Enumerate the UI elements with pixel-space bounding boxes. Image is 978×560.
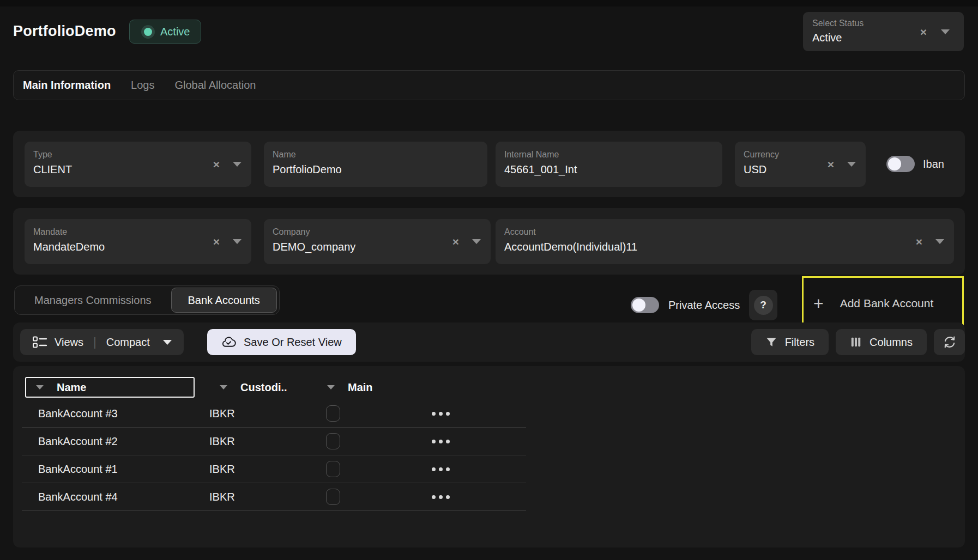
main-checkbox[interactable] bbox=[326, 461, 340, 477]
column-header-custodian[interactable]: Custodi.. bbox=[220, 377, 287, 398]
add-bank-account-label: Add Bank Account bbox=[840, 297, 934, 310]
cell-name: BankAccount #3 bbox=[38, 400, 118, 427]
mandate-field[interactable]: Mandate MandateDemo × bbox=[25, 219, 251, 264]
chevron-down-icon[interactable] bbox=[472, 239, 481, 244]
column-header-name[interactable]: Name bbox=[25, 377, 195, 398]
toggle-knob bbox=[888, 157, 901, 171]
table-row[interactable]: BankAccount #3 IBKR bbox=[22, 400, 526, 428]
clear-icon[interactable]: × bbox=[916, 236, 922, 247]
status-badge: Active bbox=[129, 20, 201, 44]
private-access-label: Private Access bbox=[668, 299, 740, 312]
field-label: Internal Name bbox=[504, 150, 722, 160]
chevron-down-icon[interactable] bbox=[935, 239, 944, 244]
views-divider: | bbox=[91, 335, 99, 349]
status-dot-icon bbox=[144, 28, 152, 36]
main-checkbox[interactable] bbox=[326, 433, 340, 449]
cell-custodian: IBKR bbox=[209, 428, 235, 455]
toggle-knob bbox=[632, 299, 645, 312]
currency-field[interactable]: Currency USD × bbox=[735, 142, 866, 187]
tab-logs[interactable]: Logs bbox=[131, 79, 154, 92]
form-card-secondary: Mandate MandateDemo × Company DEMO_compa… bbox=[13, 208, 965, 275]
field-label: Account bbox=[504, 227, 954, 237]
cell-custodian: IBKR bbox=[209, 455, 235, 483]
main-checkbox[interactable] bbox=[326, 405, 340, 422]
iban-label: Iban bbox=[923, 158, 944, 171]
view-mode-value: Compact bbox=[106, 336, 150, 349]
chevron-down-icon[interactable] bbox=[941, 29, 950, 34]
cell-custodian: IBKR bbox=[209, 483, 235, 510]
chevron-down-icon bbox=[163, 340, 172, 345]
chevron-down-icon[interactable] bbox=[233, 239, 242, 244]
cell-name: BankAccount #2 bbox=[38, 428, 118, 455]
sort-caret-icon[interactable] bbox=[36, 385, 44, 389]
cell-custodian: IBKR bbox=[209, 400, 235, 427]
status-badge-label: Active bbox=[160, 26, 190, 38]
window-top-edge bbox=[0, 0, 978, 7]
bank-accounts-table: Name Custodi.. Main BankAccount #3 IBKR … bbox=[13, 366, 965, 547]
clear-icon[interactable]: × bbox=[213, 159, 220, 170]
clear-icon[interactable]: × bbox=[452, 236, 459, 247]
table-row[interactable]: BankAccount #4 IBKR bbox=[22, 483, 526, 511]
help-icon[interactable]: ? bbox=[749, 290, 777, 320]
cloud-check-icon bbox=[221, 336, 236, 349]
clear-icon[interactable]: × bbox=[920, 26, 927, 38]
sort-caret-icon[interactable] bbox=[327, 385, 335, 389]
field-value: PortfolioDemo bbox=[273, 163, 487, 176]
type-field[interactable]: Type CLIENT × bbox=[25, 142, 251, 187]
filters-label: Filters bbox=[785, 336, 814, 349]
private-access-group: Private Access ? bbox=[631, 285, 777, 325]
clear-icon[interactable]: × bbox=[828, 159, 834, 170]
filters-button[interactable]: Filters bbox=[751, 329, 829, 355]
plus-icon: + bbox=[813, 295, 824, 312]
chevron-down-icon[interactable] bbox=[847, 162, 856, 167]
save-or-reset-label: Save Or Reset View bbox=[244, 336, 342, 349]
segment-bank-accounts[interactable]: Bank Accounts bbox=[171, 288, 277, 313]
status-select[interactable]: Select Status Active × bbox=[803, 12, 964, 51]
table-row[interactable]: BankAccount #2 IBKR bbox=[22, 428, 526, 455]
row-actions-button[interactable] bbox=[432, 440, 450, 443]
main-checkbox[interactable] bbox=[326, 489, 340, 505]
tab-global-allocation[interactable]: Global Allocation bbox=[174, 79, 256, 92]
cell-name: BankAccount #1 bbox=[38, 455, 118, 483]
filter-funnel-icon bbox=[765, 336, 777, 348]
views-label: Views bbox=[55, 336, 83, 349]
section-segmented-control: Managers Commissions Bank Accounts bbox=[14, 285, 280, 315]
field-value: 45661_001_Int bbox=[504, 163, 722, 176]
form-card-primary: Type CLIENT × Name PortfolioDemo Interna… bbox=[13, 131, 965, 197]
tab-main-information[interactable]: Main Information bbox=[23, 79, 111, 92]
field-label: Name bbox=[273, 150, 487, 160]
internal-name-field[interactable]: Internal Name 45661_001_Int bbox=[496, 142, 722, 187]
iban-toggle[interactable] bbox=[886, 156, 915, 172]
field-value: AccountDemo(Individual)11 bbox=[504, 241, 954, 253]
row-actions-button[interactable] bbox=[432, 467, 450, 471]
views-list-icon bbox=[32, 336, 47, 349]
chevron-down-icon[interactable] bbox=[233, 162, 242, 167]
row-actions-button[interactable] bbox=[432, 495, 450, 499]
sort-caret-icon[interactable] bbox=[220, 385, 227, 389]
company-field[interactable]: Company DEMO_company × bbox=[264, 219, 491, 264]
row-actions-button[interactable] bbox=[432, 412, 450, 416]
segment-managers-commissions[interactable]: Managers Commissions bbox=[15, 294, 171, 307]
refresh-button[interactable] bbox=[934, 329, 965, 355]
table-body: BankAccount #3 IBKR BankAccount #2 IBKR … bbox=[22, 400, 526, 511]
page-title: PortfolioDemo bbox=[13, 23, 116, 40]
private-access-toggle[interactable] bbox=[631, 297, 659, 313]
cell-name: BankAccount #4 bbox=[38, 483, 118, 510]
table-row[interactable]: BankAccount #1 IBKR bbox=[22, 455, 526, 483]
account-field[interactable]: Account AccountDemo(Individual)11 × bbox=[496, 219, 954, 264]
save-or-reset-view-button[interactable]: Save Or Reset View bbox=[207, 329, 356, 355]
clear-icon[interactable]: × bbox=[213, 236, 220, 247]
name-field[interactable]: Name PortfolioDemo bbox=[264, 142, 487, 187]
column-header-main[interactable]: Main bbox=[327, 377, 373, 398]
table-toolbar: Views | Compact Save Or Reset View Filte… bbox=[13, 322, 965, 362]
main-tab-bar: Main Information Logs Global Allocation bbox=[13, 70, 965, 100]
refresh-icon bbox=[943, 335, 957, 349]
columns-label: Columns bbox=[870, 336, 913, 349]
columns-icon bbox=[850, 336, 862, 348]
table-header-row: Name Custodi.. Main bbox=[13, 377, 965, 398]
columns-button[interactable]: Columns bbox=[836, 329, 927, 355]
views-dropdown-button[interactable]: Views | Compact bbox=[20, 329, 184, 355]
